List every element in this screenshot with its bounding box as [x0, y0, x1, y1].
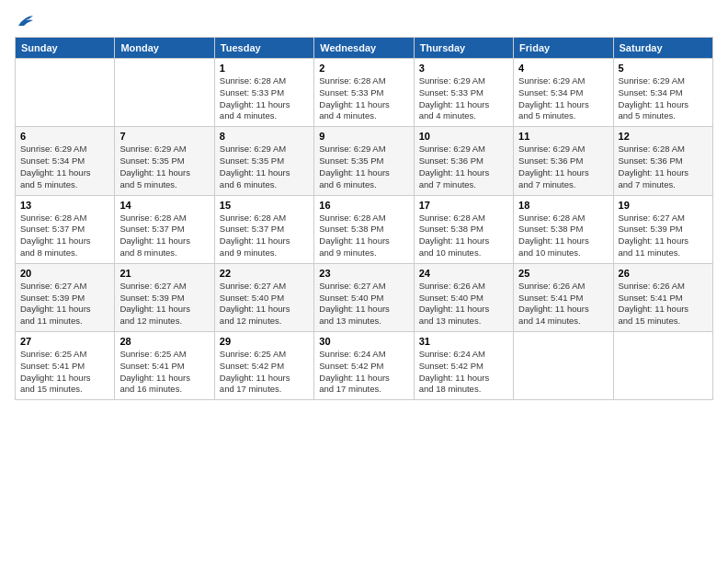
day-number: 22 [220, 268, 309, 279]
day-number: 24 [419, 268, 508, 279]
day-detail: Sunrise: 6:28 AM Sunset: 5:38 PM Dayligh… [319, 213, 408, 259]
day-number: 28 [119, 336, 209, 347]
day-number: 1 [220, 63, 309, 74]
logo-bird-icon [17, 15, 35, 28]
calendar-cell: 13Sunrise: 6:28 AM Sunset: 5:37 PM Dayli… [16, 195, 115, 263]
calendar-cell: 9Sunrise: 6:29 AM Sunset: 5:35 PM Daylig… [314, 127, 414, 195]
calendar-cell: 26Sunrise: 6:26 AM Sunset: 5:41 PM Dayli… [613, 263, 712, 331]
day-number: 15 [220, 200, 309, 211]
day-detail: Sunrise: 6:29 AM Sunset: 5:34 PM Dayligh… [20, 144, 109, 190]
day-detail: Sunrise: 6:24 AM Sunset: 5:42 PM Dayligh… [319, 349, 408, 396]
calendar-week-row: 27Sunrise: 6:25 AM Sunset: 5:41 PM Dayli… [16, 332, 713, 400]
day-detail: Sunrise: 6:28 AM Sunset: 5:37 PM Dayligh… [220, 213, 309, 259]
day-detail: Sunrise: 6:29 AM Sunset: 5:34 PM Dayligh… [619, 75, 708, 122]
day-detail: Sunrise: 6:27 AM Sunset: 5:39 PM Dayligh… [119, 281, 209, 327]
calendar-cell: 22Sunrise: 6:27 AM Sunset: 5:40 PM Dayli… [214, 263, 313, 331]
day-detail: Sunrise: 6:25 AM Sunset: 5:42 PM Dayligh… [220, 349, 309, 396]
day-number: 25 [518, 268, 608, 279]
day-detail: Sunrise: 6:27 AM Sunset: 5:39 PM Dayligh… [619, 213, 708, 259]
day-number: 17 [419, 200, 508, 211]
day-number: 7 [119, 131, 209, 142]
day-detail: Sunrise: 6:26 AM Sunset: 5:41 PM Dayligh… [518, 281, 608, 327]
day-number: 12 [619, 131, 708, 142]
day-detail: Sunrise: 6:28 AM Sunset: 5:36 PM Dayligh… [619, 144, 708, 190]
calendar-cell [115, 59, 214, 127]
day-number: 4 [518, 63, 608, 74]
day-number: 2 [319, 63, 408, 74]
calendar-cell [16, 59, 115, 127]
calendar-cell: 7Sunrise: 6:29 AM Sunset: 5:35 PM Daylig… [115, 127, 214, 195]
col-header-sunday: Sunday [16, 38, 115, 59]
day-number: 27 [20, 336, 109, 347]
calendar-cell: 21Sunrise: 6:27 AM Sunset: 5:39 PM Dayli… [115, 263, 214, 331]
day-number: 18 [518, 200, 608, 211]
day-detail: Sunrise: 6:28 AM Sunset: 5:33 PM Dayligh… [319, 75, 408, 122]
day-number: 6 [20, 131, 109, 142]
col-header-friday: Friday [514, 38, 613, 59]
calendar-cell: 20Sunrise: 6:27 AM Sunset: 5:39 PM Dayli… [16, 263, 115, 331]
day-detail: Sunrise: 6:29 AM Sunset: 5:35 PM Dayligh… [319, 144, 408, 190]
calendar-cell: 15Sunrise: 6:28 AM Sunset: 5:37 PM Dayli… [214, 195, 313, 263]
day-detail: Sunrise: 6:29 AM Sunset: 5:34 PM Dayligh… [518, 75, 608, 122]
day-number: 26 [619, 268, 708, 279]
day-number: 3 [419, 63, 508, 74]
calendar-cell: 5Sunrise: 6:29 AM Sunset: 5:34 PM Daylig… [613, 59, 712, 127]
day-number: 10 [419, 131, 508, 142]
calendar-week-row: 6Sunrise: 6:29 AM Sunset: 5:34 PM Daylig… [16, 127, 713, 195]
calendar-cell: 25Sunrise: 6:26 AM Sunset: 5:41 PM Dayli… [514, 263, 613, 331]
calendar-week-row: 1Sunrise: 6:28 AM Sunset: 5:33 PM Daylig… [16, 59, 713, 127]
day-detail: Sunrise: 6:29 AM Sunset: 5:36 PM Dayligh… [419, 144, 508, 190]
calendar-cell: 17Sunrise: 6:28 AM Sunset: 5:38 PM Dayli… [414, 195, 513, 263]
day-detail: Sunrise: 6:29 AM Sunset: 5:35 PM Dayligh… [119, 144, 209, 190]
day-number: 5 [619, 63, 708, 74]
col-header-monday: Monday [115, 38, 214, 59]
calendar-cell: 27Sunrise: 6:25 AM Sunset: 5:41 PM Dayli… [16, 332, 115, 400]
day-detail: Sunrise: 6:29 AM Sunset: 5:36 PM Dayligh… [518, 144, 608, 190]
day-number: 23 [319, 268, 408, 279]
header [15, 15, 713, 28]
day-number: 14 [119, 200, 209, 211]
calendar-week-row: 13Sunrise: 6:28 AM Sunset: 5:37 PM Dayli… [16, 195, 713, 263]
day-number: 9 [319, 131, 408, 142]
day-detail: Sunrise: 6:27 AM Sunset: 5:40 PM Dayligh… [220, 281, 309, 327]
day-number: 13 [20, 200, 109, 211]
calendar-header-row: SundayMondayTuesdayWednesdayThursdayFrid… [16, 38, 713, 59]
calendar-cell: 16Sunrise: 6:28 AM Sunset: 5:38 PM Dayli… [314, 195, 414, 263]
calendar-cell: 10Sunrise: 6:29 AM Sunset: 5:36 PM Dayli… [414, 127, 513, 195]
day-detail: Sunrise: 6:29 AM Sunset: 5:33 PM Dayligh… [419, 75, 508, 122]
col-header-thursday: Thursday [414, 38, 513, 59]
day-detail: Sunrise: 6:27 AM Sunset: 5:39 PM Dayligh… [20, 281, 109, 327]
day-number: 29 [220, 336, 309, 347]
day-detail: Sunrise: 6:28 AM Sunset: 5:38 PM Dayligh… [518, 213, 608, 259]
calendar-cell: 1Sunrise: 6:28 AM Sunset: 5:33 PM Daylig… [214, 59, 313, 127]
day-number: 31 [419, 336, 508, 347]
calendar-cell: 24Sunrise: 6:26 AM Sunset: 5:40 PM Dayli… [414, 263, 513, 331]
calendar-cell: 23Sunrise: 6:27 AM Sunset: 5:40 PM Dayli… [314, 263, 414, 331]
day-number: 11 [518, 131, 608, 142]
day-number: 20 [20, 268, 109, 279]
calendar-cell: 4Sunrise: 6:29 AM Sunset: 5:34 PM Daylig… [514, 59, 613, 127]
day-detail: Sunrise: 6:27 AM Sunset: 5:40 PM Dayligh… [319, 281, 408, 327]
col-header-wednesday: Wednesday [314, 38, 414, 59]
page: SundayMondayTuesdayWednesdayThursdayFrid… [0, 0, 728, 563]
calendar-cell [514, 332, 613, 400]
day-detail: Sunrise: 6:28 AM Sunset: 5:37 PM Dayligh… [119, 213, 209, 259]
calendar-cell: 14Sunrise: 6:28 AM Sunset: 5:37 PM Dayli… [115, 195, 214, 263]
col-header-tuesday: Tuesday [214, 38, 313, 59]
calendar-cell: 30Sunrise: 6:24 AM Sunset: 5:42 PM Dayli… [314, 332, 414, 400]
day-detail: Sunrise: 6:28 AM Sunset: 5:38 PM Dayligh… [419, 213, 508, 259]
calendar-table: SundayMondayTuesdayWednesdayThursdayFrid… [15, 37, 713, 400]
day-detail: Sunrise: 6:25 AM Sunset: 5:41 PM Dayligh… [20, 349, 109, 396]
day-number: 19 [619, 200, 708, 211]
calendar-cell: 18Sunrise: 6:28 AM Sunset: 5:38 PM Dayli… [514, 195, 613, 263]
calendar-cell: 19Sunrise: 6:27 AM Sunset: 5:39 PM Dayli… [613, 195, 712, 263]
day-detail: Sunrise: 6:26 AM Sunset: 5:40 PM Dayligh… [419, 281, 508, 327]
day-detail: Sunrise: 6:28 AM Sunset: 5:33 PM Dayligh… [220, 75, 309, 122]
calendar-cell: 11Sunrise: 6:29 AM Sunset: 5:36 PM Dayli… [514, 127, 613, 195]
calendar-cell: 31Sunrise: 6:24 AM Sunset: 5:42 PM Dayli… [414, 332, 513, 400]
day-detail: Sunrise: 6:26 AM Sunset: 5:41 PM Dayligh… [619, 281, 708, 327]
day-detail: Sunrise: 6:29 AM Sunset: 5:35 PM Dayligh… [220, 144, 309, 190]
day-detail: Sunrise: 6:25 AM Sunset: 5:41 PM Dayligh… [119, 349, 209, 396]
day-number: 16 [319, 200, 408, 211]
col-header-saturday: Saturday [613, 38, 712, 59]
